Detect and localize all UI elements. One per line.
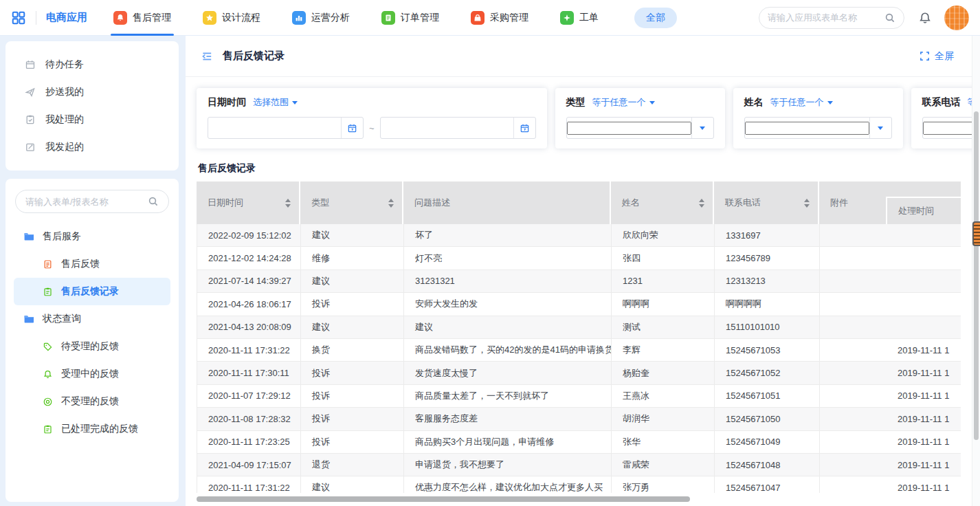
sidebar-item-handled-by-me[interactable]: 我处理的 xyxy=(5,106,179,133)
search-icon[interactable] xyxy=(884,12,895,23)
order-list-icon xyxy=(381,11,395,25)
tree-folder-status-query[interactable]: 状态查询 xyxy=(14,305,170,333)
nav-tab-label: 售后管理 xyxy=(133,12,171,24)
nav-tab-design[interactable]: 设计流程 xyxy=(203,0,260,36)
user-avatar[interactable] xyxy=(944,6,969,30)
sidebar-item-started-by-me[interactable]: 我发起的 xyxy=(5,133,179,161)
sort-icon[interactable] xyxy=(804,196,810,210)
sidebar-item-cc-me[interactable]: 抄送我的 xyxy=(5,78,179,106)
sort-icon[interactable] xyxy=(285,196,291,210)
filter-card-datetime: 日期时间 选择范围 ~ xyxy=(197,88,547,148)
date-start-input[interactable] xyxy=(208,117,364,139)
cell-datetime: 2020-11-07 17:29:12 xyxy=(197,385,301,407)
nav-tab-aftersale[interactable]: 售后管理 xyxy=(113,0,171,36)
fullscreen-button[interactable]: 全屏 xyxy=(920,50,954,63)
side-grip-widget[interactable] xyxy=(972,221,980,246)
cell-type: 维修 xyxy=(301,247,404,269)
date-start-field[interactable] xyxy=(208,118,341,138)
table-row[interactable]: 2021-12-02 14:24:28 维修 灯不亮 张四 123456789 xyxy=(197,247,961,270)
column-header-datetime[interactable]: 日期时间 xyxy=(197,182,300,224)
tree-item-completed-feedback[interactable]: 已处理完成的反馈 xyxy=(14,415,170,443)
sort-icon[interactable] xyxy=(699,196,704,210)
cell-name: 李辉 xyxy=(612,339,715,361)
bell-outline-icon xyxy=(43,369,53,380)
table-row[interactable]: 2020-11-11 17:31:22 建议 优惠力度不怎么样，建议优化加大点才… xyxy=(197,476,961,493)
notifications-bell-icon[interactable] xyxy=(918,11,932,25)
table-row[interactable]: 2022-02-09 15:12:02 建议 坏了 欣欣向荣 1331697 xyxy=(197,224,961,247)
tree-item-in-progress-feedback[interactable]: 受理中的反馈 xyxy=(14,360,170,388)
calendar-picker-icon[interactable] xyxy=(513,118,535,138)
phone-select[interactable] xyxy=(922,117,972,139)
date-end-input[interactable] xyxy=(380,117,536,139)
cell-description: 申请退货，我不想要了 xyxy=(404,454,612,476)
cell-phone: 15245671052 xyxy=(715,362,820,384)
phone-select-field[interactable] xyxy=(923,122,972,135)
cell-phone: 15245671050 xyxy=(715,408,820,430)
cell-name: 欣欣向荣 xyxy=(612,224,715,246)
name-select-field[interactable] xyxy=(745,122,869,135)
nav-tab-purchase[interactable]: 采购管理 xyxy=(471,0,528,36)
collapse-sidebar-icon[interactable] xyxy=(201,50,213,63)
vertical-scrollbar-thumb[interactable] xyxy=(974,111,979,440)
horizontal-scrollbar[interactable] xyxy=(197,496,944,502)
column-header-phone[interactable]: 联系电话 xyxy=(714,182,819,224)
calendar-picker-icon[interactable] xyxy=(341,118,363,138)
tree-folder-aftersale-service[interactable]: 售后服务 xyxy=(14,223,170,250)
cell-name: 张华 xyxy=(612,431,715,453)
filter-operator-dropdown[interactable]: 等于任意一个 xyxy=(770,96,833,109)
global-search-input[interactable] xyxy=(768,12,880,23)
ticket-spark-icon xyxy=(560,11,574,25)
calendar-icon xyxy=(25,59,36,70)
apps-grid-icon[interactable] xyxy=(11,10,26,25)
top-nav: 电商应用 售后管理 设计流程 运营分析 订单管理 采购管理 工单 全 xyxy=(0,0,980,36)
cell-datetime: 2021-12-02 14:24:28 xyxy=(197,247,301,269)
table-row[interactable]: 2020-11-11 17:30:11 投诉 发货速度太慢了 杨贻奎 15245… xyxy=(197,362,961,384)
column-header-name[interactable]: 姓名 xyxy=(611,182,714,224)
nav-tab-analytics[interactable]: 运营分析 xyxy=(292,0,350,36)
table-title: 售后反馈记录 xyxy=(198,162,961,175)
app-brand[interactable]: 电商应用 xyxy=(46,11,87,24)
tree-item-rejected-feedback[interactable]: 不受理的反馈 xyxy=(14,388,170,415)
cell-process-time xyxy=(887,316,961,338)
global-search[interactable] xyxy=(759,7,904,29)
filter-operator-dropdown[interactable]: 等于任意一个 xyxy=(592,96,655,109)
sort-icon[interactable] xyxy=(388,196,394,210)
table-row[interactable]: 2021-07-14 14:39:27 建议 31231321 1231 123… xyxy=(197,270,961,293)
chevron-down-icon xyxy=(649,101,655,107)
cell-attachment xyxy=(820,408,887,430)
column-header-description: 问题描述 xyxy=(403,182,611,224)
vertical-scrollbar[interactable] xyxy=(972,36,980,506)
table-row[interactable]: 2020-11-11 17:23:25 投诉 商品购买3个月出现问题，申请维修 … xyxy=(197,431,961,454)
cell-datetime: 2020-11-11 17:30:11 xyxy=(197,362,301,384)
cell-phone: 15245671051 xyxy=(715,385,820,407)
table-header-row: 日期时间 类型 问题描述 姓名 联系电话 xyxy=(197,182,961,224)
nav-tab-order[interactable]: 订单管理 xyxy=(381,0,439,36)
table-row[interactable]: 2020-11-08 17:28:32 投诉 客服服务态度差 胡润华 15245… xyxy=(197,408,961,430)
table-row[interactable]: 2020-11-07 17:29:12 投诉 商品质量太差了，一天不到就坏了 王… xyxy=(197,385,961,408)
type-select-field[interactable] xyxy=(567,122,691,135)
nav-tab-ticket[interactable]: 工单 xyxy=(560,0,599,36)
filter-operator-dropdown[interactable]: 选择范围 xyxy=(253,96,298,109)
select-caret-icon[interactable] xyxy=(691,118,713,138)
tree-item-aftersale-feedback[interactable]: 售后反馈 xyxy=(14,250,170,278)
table-row[interactable]: 2021-04-13 20:08:09 建议 建议 测试 15110101010 xyxy=(197,316,961,339)
cell-process-time xyxy=(887,293,961,315)
form-search[interactable] xyxy=(15,190,169,213)
name-select[interactable] xyxy=(744,117,892,139)
table-row[interactable]: 2021-04-26 18:06:17 投诉 安师大发生的发 啊啊啊 啊啊啊啊 xyxy=(197,293,961,316)
form-search-input[interactable] xyxy=(25,197,144,207)
all-apps-badge[interactable]: 全部 xyxy=(634,8,677,28)
cell-type: 建议 xyxy=(301,316,404,338)
select-caret-icon[interactable] xyxy=(869,118,891,138)
table-row[interactable]: 2021-04-09 17:15:07 退货 申请退货，我不想要了 雷咸荣 15… xyxy=(197,454,961,476)
sidebar-item-todo-tasks[interactable]: 待办任务 xyxy=(5,51,179,78)
table-row[interactable]: 2020-11-11 17:31:22 换货 商品发错码数了，买的42的发的是4… xyxy=(197,339,961,362)
column-header-type[interactable]: 类型 xyxy=(300,182,403,224)
tree-item-pending-feedback[interactable]: 待受理的反馈 xyxy=(14,333,170,360)
tree-item-aftersale-feedback-records[interactable]: 售后反馈记录 xyxy=(14,278,170,305)
search-icon[interactable] xyxy=(148,196,159,207)
design-star-icon xyxy=(203,11,216,25)
type-select[interactable] xyxy=(566,117,714,139)
date-end-field[interactable] xyxy=(381,118,513,138)
horizontal-scrollbar-thumb[interactable] xyxy=(197,496,690,502)
